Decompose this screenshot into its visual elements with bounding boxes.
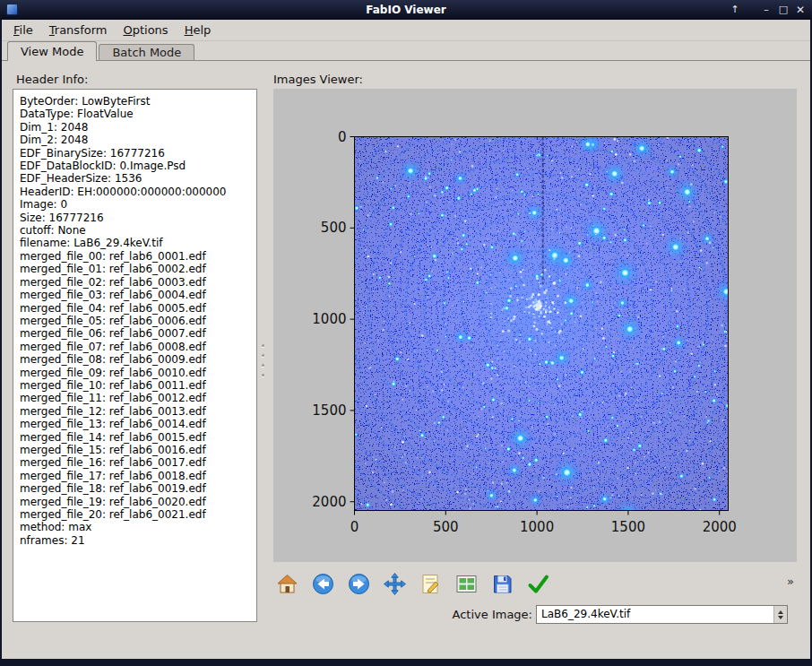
header-line: merged_file_02: ref_lab6_0003.edf	[20, 276, 253, 289]
header-line: merged_file_17: ref_lab6_0018.edf	[20, 470, 253, 482]
header-line: merged_file_16: ref_lab6_0017.edf	[20, 456, 253, 469]
header-line: merged_file_15: ref_lab6_0016.edf	[20, 444, 253, 456]
diffraction-image[interactable]: 05001000150020000500100015002000	[273, 89, 797, 562]
header-line: EDF_DataBlockID: 0.Image.Psd	[20, 160, 253, 172]
header-line: EDF_HeaderSize: 1536	[20, 172, 253, 185]
header-line: Dim_2: 2048	[20, 134, 253, 146]
svg-text:1000: 1000	[520, 519, 554, 535]
header-line: HeaderID: EH:000000:000000:000000	[20, 186, 253, 198]
apply-button[interactable]	[526, 572, 550, 596]
combobox-spinner-icon[interactable]	[773, 606, 787, 623]
save-button[interactable]	[490, 572, 514, 596]
header-line: nframes: 21	[20, 534, 253, 547]
svg-text:0: 0	[338, 129, 347, 145]
titlebar[interactable]: FabIO Viewer ↑ – □ ✕	[0, 0, 812, 20]
active-image-value: LaB6_29.4keV.tif	[537, 606, 773, 623]
menu-file[interactable]: File	[5, 21, 41, 39]
maximize-button[interactable]: □	[776, 3, 790, 17]
forward-button[interactable]	[347, 572, 371, 596]
window-icon	[6, 4, 18, 15]
header-line: merged_file_13: ref_lab6_0014.edf	[20, 418, 253, 430]
header-line: merged_file_18: ref_lab6_0019.edf	[20, 482, 253, 495]
zoom-rect-button[interactable]	[419, 572, 443, 596]
window-bottom-border	[0, 659, 812, 666]
save-icon	[490, 572, 514, 596]
checkmark-icon	[526, 572, 550, 596]
header-line: merged_file_14: ref_lab6_0015.edf	[20, 431, 253, 444]
header-line: Image: 0	[20, 198, 253, 211]
shade-button[interactable]: ↑	[728, 3, 742, 17]
minimize-button[interactable]: –	[759, 3, 773, 17]
window-controls: ↑ – □ ✕	[728, 0, 808, 20]
header-line: Size: 16777216	[20, 212, 253, 224]
svg-text:500: 500	[433, 519, 459, 535]
header-line: method: max	[20, 521, 253, 533]
svg-text:2000: 2000	[703, 519, 737, 535]
back-icon	[311, 572, 335, 596]
tab-view-mode[interactable]: View Mode	[7, 41, 97, 61]
header-line: merged_file_03: ref_lab6_0004.edf	[20, 289, 253, 301]
menubar: FileTransformOptionsHelp	[2, 20, 810, 41]
home-icon	[275, 572, 299, 596]
header-line: merged_file_06: ref_lab6_0007.edf	[20, 327, 253, 340]
header-line: merged_file_11: ref_lab6_0012.edf	[20, 392, 253, 404]
tabbar: View ModeBatch Mode	[7, 41, 194, 60]
header-line: filename: LaB6_29.4keV.tif	[20, 237, 253, 249]
header-line: merged_file_07: ref_lab6_0008.edf	[20, 341, 253, 353]
active-image-label: Active Image:	[414, 608, 532, 621]
header-line: merged_file_10: ref_lab6_0011.edf	[20, 379, 253, 392]
svg-text:500: 500	[321, 220, 347, 236]
svg-text:1000: 1000	[312, 311, 346, 327]
header-line: merged_file_04: ref_lab6_0005.edf	[20, 302, 253, 315]
svg-text:0: 0	[350, 519, 359, 535]
panel-splitter[interactable]	[260, 326, 266, 394]
images-viewer-label: Images Viewer:	[273, 73, 363, 86]
main-content: Header Info: ByteOrder: LowByteFirstData…	[2, 61, 810, 659]
zoom-rect-icon	[419, 572, 443, 596]
plot-canvas[interactable]: 05001000150020000500100015002000	[273, 89, 797, 562]
header-info-label: Header Info:	[16, 73, 88, 86]
svg-text:1500: 1500	[312, 402, 346, 419]
header-line: DataType: FloatValue	[20, 108, 253, 120]
tab-divider	[2, 60, 810, 61]
header-line: merged_file_12: ref_lab6_0013.edf	[20, 405, 253, 418]
active-image-combobox[interactable]: LaB6_29.4keV.tif	[536, 605, 788, 624]
close-button[interactable]: ✕	[793, 3, 808, 17]
configure-subplots-icon	[454, 572, 479, 596]
back-button[interactable]	[311, 572, 335, 596]
forward-icon	[347, 572, 371, 596]
header-line: merged_file_05: ref_lab6_0006.edf	[20, 315, 253, 327]
menu-options[interactable]: Options	[115, 21, 176, 39]
header-line: Dim_1: 2048	[20, 121, 253, 134]
header-line: merged_file_19: ref_lab6_0020.edf	[20, 496, 253, 508]
plot-toolbar	[275, 569, 550, 598]
pan-icon	[383, 572, 407, 596]
toolbar-overflow-chevron[interactable]: »	[787, 575, 794, 588]
menu-help[interactable]: Help	[177, 21, 220, 39]
configure-subplots-button[interactable]	[454, 572, 479, 596]
app-window: FabIO Viewer ↑ – □ ✕ FileTransformOption…	[0, 0, 812, 666]
svg-text:2000: 2000	[312, 494, 346, 510]
svg-text:1500: 1500	[611, 519, 645, 535]
window-title: FabIO Viewer	[0, 4, 812, 16]
home-button[interactable]	[275, 572, 299, 596]
header-line: EDF_BinarySize: 16777216	[20, 147, 253, 160]
header-line: cutoff: None	[20, 224, 253, 237]
pan-button[interactable]	[383, 572, 407, 596]
header-line: merged_file_08: ref_lab6_0009.edf	[20, 353, 253, 366]
tab-batch-mode[interactable]: Batch Mode	[99, 44, 194, 60]
header-line: merged_file_20: ref_lab6_0021.edf	[20, 508, 253, 521]
header-info-text[interactable]: ByteOrder: LowByteFirstDataType: FloatVa…	[13, 89, 257, 622]
menu-transform[interactable]: Transform	[41, 21, 116, 39]
header-line: merged_file_01: ref_lab6_0002.edf	[20, 263, 253, 275]
header-line: ByteOrder: LowByteFirst	[20, 95, 253, 108]
header-line: merged_file_09: ref_lab6_0010.edf	[20, 367, 253, 379]
header-line: merged_file_00: ref_lab6_0001.edf	[20, 250, 253, 263]
